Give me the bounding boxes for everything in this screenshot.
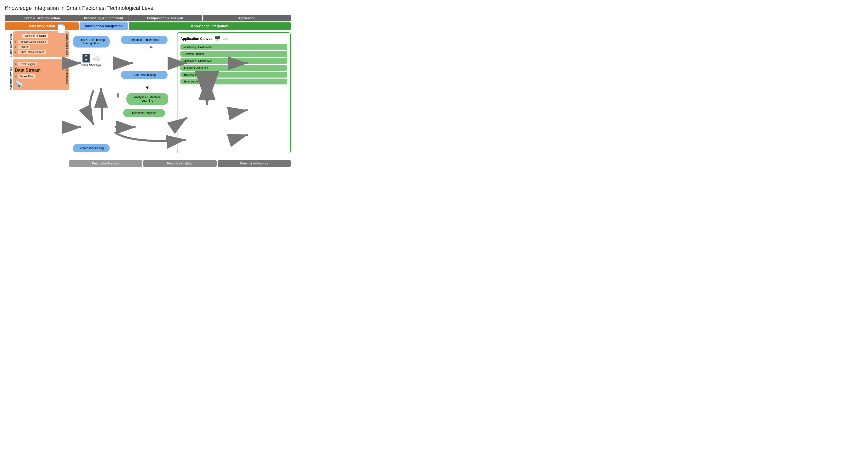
integration-row: Data Integration Information Integration… — [5, 23, 291, 30]
col-header-collection: Event & Data Collection — [5, 15, 79, 22]
document-icon: 📄 — [57, 24, 66, 33]
page-container: Knowledge Integration in Smart Factories… — [5, 5, 291, 167]
predictive-analytics: Predictive Analytics — [143, 160, 216, 167]
analytics-bottom-row: Descriptive Analytics Predictive Analyti… — [69, 160, 291, 167]
knowledge-integration-label: Knowledge Integration — [129, 23, 291, 30]
descriptive-analytics: Descriptive Analytics — [69, 160, 142, 167]
col-header-composition: Composition & Analysis — [128, 15, 202, 22]
col-header-processing: Processing & Enrichment — [80, 15, 128, 22]
col-header-application: Application — [203, 15, 291, 22]
arrows-svg — [5, 36, 291, 154]
column-headers: Event & Data Collection Processing & Enr… — [5, 15, 291, 22]
info-integration-label: Information Integration — [80, 23, 128, 30]
data-integration-label: Data Integration — [5, 23, 79, 30]
svg-overlay — [5, 36, 291, 155]
page-title: Knowledge Integration in Smart Factories… — [5, 5, 291, 11]
prescriptive-analytics: Prescriptive Analytics — [218, 160, 291, 167]
